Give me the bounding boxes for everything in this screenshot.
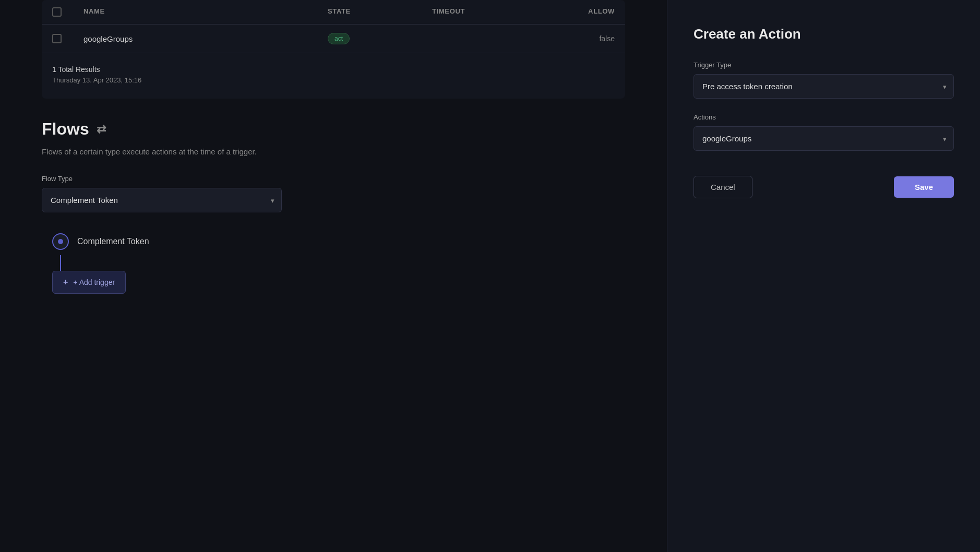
state-badge: act <box>328 33 350 44</box>
row-checkbox-col <box>52 34 83 43</box>
cancel-button[interactable]: Cancel <box>694 176 752 198</box>
col-timeout-header: TIMEOUT <box>432 7 536 17</box>
row-allow-col: false <box>536 34 615 43</box>
node-inner-dot <box>58 239 63 244</box>
table-header: NAME STATE TIMEOUT ALLOW <box>42 0 625 25</box>
trigger-type-label: Trigger Type <box>694 61 954 69</box>
flow-node: Complement Token <box>52 233 149 250</box>
actions-select-wrapper: googleGroups ▾ <box>694 126 954 151</box>
col-state-header: STATE <box>328 7 432 17</box>
node-connector-line <box>60 255 61 271</box>
flow-type-select[interactable]: Complement Token <box>42 188 282 212</box>
table-section: NAME STATE TIMEOUT ALLOW googleGroups ac… <box>42 0 625 99</box>
row-name: googleGroups <box>83 34 328 43</box>
actions-select[interactable]: googleGroups <box>694 126 954 151</box>
flows-title-text: Flows <box>42 119 89 139</box>
results-timestamp: Thursday 13. Apr 2023, 15:16 <box>52 75 615 86</box>
flow-node-area: Complement Token + + Add trigger <box>42 233 625 294</box>
header-checkbox[interactable] <box>52 7 62 17</box>
flow-select-wrapper: Complement Token ▾ <box>42 188 282 212</box>
flow-type-label: Flow Type <box>42 175 625 183</box>
plus-icon: + <box>63 278 68 287</box>
actions-field-group: Actions googleGroups ▾ <box>694 113 954 151</box>
col-allow-header: ALLOW <box>536 7 615 17</box>
trigger-type-select-wrapper: Pre access token creation Post access to… <box>694 74 954 99</box>
right-panel: Create an Action Trigger Type Pre access… <box>667 0 980 552</box>
node-circle <box>52 233 69 250</box>
flows-title: Flows ⇄ <box>42 119 625 139</box>
node-label: Complement Token <box>77 237 149 246</box>
row-state-col: act <box>328 33 432 44</box>
left-panel: NAME STATE TIMEOUT ALLOW googleGroups ac… <box>0 0 667 552</box>
checkbox-header-col <box>52 7 83 17</box>
panel-title: Create an Action <box>694 26 954 42</box>
table-row: googleGroups act false <box>42 25 625 53</box>
actions-label: Actions <box>694 113 954 121</box>
action-buttons: Cancel Save <box>694 176 954 198</box>
row-checkbox[interactable] <box>52 34 62 43</box>
trigger-type-field-group: Trigger Type Pre access token creation P… <box>694 61 954 99</box>
results-info: 1 Total Results Thursday 13. Apr 2023, 1… <box>42 53 625 99</box>
add-trigger-label: + Add trigger <box>73 278 115 286</box>
add-trigger-button[interactable]: + + Add trigger <box>52 271 126 294</box>
col-name-header: NAME <box>83 7 328 17</box>
trigger-type-select[interactable]: Pre access token creation Post access to… <box>694 74 954 99</box>
main-container: NAME STATE TIMEOUT ALLOW googleGroups ac… <box>0 0 980 552</box>
flows-icon: ⇄ <box>97 123 106 136</box>
save-button[interactable]: Save <box>894 176 954 198</box>
flows-section: Flows ⇄ Flows of a certain type execute … <box>0 99 667 315</box>
results-count: 1 Total Results <box>52 64 615 75</box>
flows-description: Flows of a certain type execute actions … <box>42 147 625 156</box>
